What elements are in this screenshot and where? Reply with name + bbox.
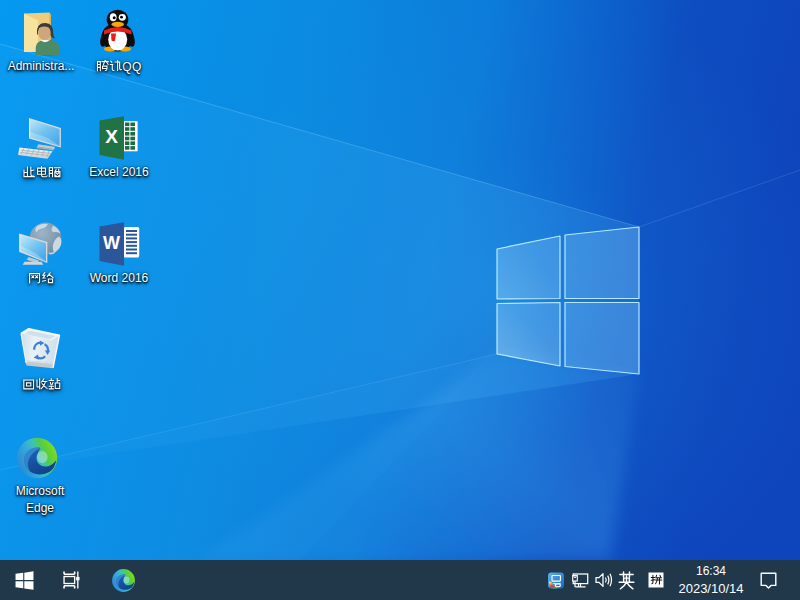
- svg-text:X: X: [105, 126, 118, 147]
- svg-text:W: W: [103, 233, 120, 253]
